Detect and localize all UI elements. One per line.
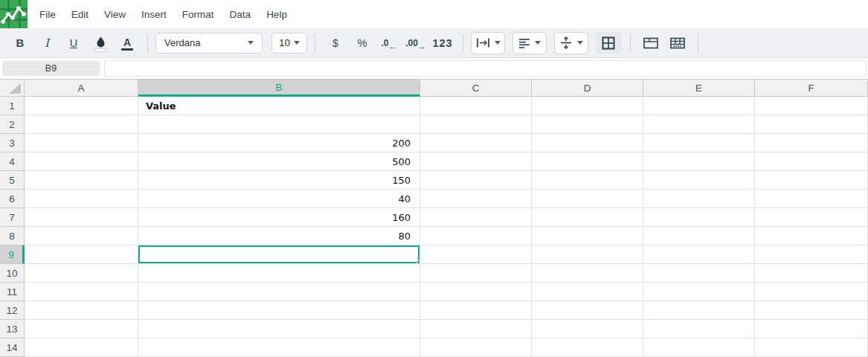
cell-c12[interactable] [420, 301, 532, 320]
cell-b1[interactable]: Value [138, 97, 420, 115]
cell-f4[interactable] [755, 152, 868, 171]
cell-d9[interactable] [532, 245, 643, 264]
cell-b4[interactable]: 500 [138, 152, 420, 171]
column-header-c[interactable]: C [420, 79, 532, 97]
row-header-3[interactable]: 3 [0, 134, 25, 152]
row-header-2[interactable]: 2 [0, 115, 25, 134]
cell-f14[interactable] [755, 338, 868, 357]
text-color-button[interactable]: A [115, 32, 140, 54]
cell-e9[interactable] [643, 245, 755, 264]
select-all-corner[interactable] [0, 79, 25, 97]
cell-b2[interactable] [138, 115, 420, 134]
decrease-decimal-button[interactable]: .0 ← [376, 32, 402, 54]
fill-handle[interactable] [417, 260, 420, 264]
cell-e1[interactable] [643, 97, 755, 115]
cell-f2[interactable] [755, 115, 868, 134]
app-logo-icon[interactable] [0, 0, 28, 28]
cell-d8[interactable] [532, 227, 643, 245]
vertical-align-select[interactable] [554, 32, 588, 54]
row-header-10[interactable]: 10 [0, 264, 25, 283]
cell-b3[interactable]: 200 [138, 134, 420, 152]
cell-b14[interactable] [138, 338, 420, 357]
cell-f9[interactable] [755, 245, 868, 264]
row-header-11[interactable]: 11 [0, 283, 25, 301]
cell-c5[interactable] [420, 171, 532, 190]
cell-a3[interactable] [25, 134, 138, 152]
currency-format-button[interactable]: $ [323, 32, 348, 54]
cell-d3[interactable] [532, 134, 643, 152]
cell-b10[interactable] [138, 264, 420, 283]
cell-c1[interactable] [420, 97, 532, 115]
cell-c9[interactable] [420, 245, 532, 264]
font-size-select[interactable]: 10 [271, 33, 307, 54]
row-header-1[interactable]: 1 [0, 97, 25, 115]
formula-input[interactable] [104, 60, 867, 77]
cell-f13[interactable] [755, 320, 868, 338]
cell-f6[interactable] [755, 190, 868, 208]
cell-a11[interactable] [25, 283, 138, 301]
column-header-b[interactable]: B [138, 79, 420, 97]
fill-color-button[interactable] [88, 32, 113, 54]
cell-b9[interactable] [138, 245, 420, 264]
cell-a9[interactable] [25, 245, 138, 264]
cell-f12[interactable] [755, 301, 868, 320]
cell-c4[interactable] [420, 152, 532, 171]
cell-f10[interactable] [755, 264, 868, 283]
cell-f7[interactable] [755, 208, 868, 227]
cell-a13[interactable] [25, 320, 138, 338]
column-header-e[interactable]: E [643, 79, 755, 97]
menu-item-view[interactable]: View [104, 9, 126, 20]
number-format-button[interactable]: 123 [430, 32, 455, 54]
cell-a8[interactable] [25, 227, 138, 245]
horizontal-align-select[interactable] [512, 32, 547, 54]
cell-d7[interactable] [532, 208, 643, 227]
cell-d1[interactable] [532, 97, 643, 115]
row-header-4[interactable]: 4 [0, 152, 25, 171]
cell-d4[interactable] [532, 152, 643, 171]
cell-b8[interactable]: 80 [138, 227, 420, 245]
menu-item-file[interactable]: File [39, 9, 56, 20]
cell-a7[interactable] [25, 208, 138, 227]
cell-d6[interactable] [532, 190, 643, 208]
row-header-6[interactable]: 6 [0, 190, 25, 208]
menu-item-data[interactable]: Data [230, 9, 251, 20]
cell-e10[interactable] [643, 264, 755, 283]
cell-c6[interactable] [420, 190, 532, 208]
text-wrapping-select[interactable] [471, 32, 505, 54]
cell-f1[interactable] [755, 97, 868, 115]
cell-d5[interactable] [532, 171, 643, 190]
column-header-d[interactable]: D [532, 79, 643, 97]
cell-d11[interactable] [532, 283, 643, 301]
cell-e12[interactable] [643, 301, 755, 320]
cell-b13[interactable] [138, 320, 420, 338]
row-header-8[interactable]: 8 [0, 227, 25, 245]
underline-button[interactable]: U [61, 32, 86, 54]
row-header-12[interactable]: 12 [0, 301, 25, 320]
bold-button[interactable]: B [7, 32, 33, 54]
cell-f3[interactable] [755, 134, 868, 152]
cell-b12[interactable] [138, 301, 420, 320]
cell-a12[interactable] [25, 301, 138, 320]
cell-e11[interactable] [643, 283, 755, 301]
font-family-select[interactable]: Verdana [155, 33, 263, 54]
cell-a14[interactable] [25, 338, 138, 357]
column-header-a[interactable]: A [25, 79, 138, 97]
cell-e8[interactable] [643, 227, 755, 245]
cell-d14[interactable] [532, 338, 643, 357]
cell-e13[interactable] [643, 320, 755, 338]
cell-a5[interactable] [25, 171, 138, 190]
menu-item-format[interactable]: Format [182, 9, 214, 20]
cell-f8[interactable] [755, 227, 868, 245]
menu-item-insert[interactable]: Insert [141, 9, 167, 20]
cell-f11[interactable] [755, 283, 868, 301]
table-style-button[interactable] [665, 32, 690, 54]
cell-e4[interactable] [643, 152, 755, 171]
borders-button[interactable] [596, 32, 621, 54]
cell-b6[interactable]: 40 [138, 190, 420, 208]
cell-b5[interactable]: 150 [138, 171, 420, 190]
cell-reference-box[interactable]: B9 [2, 61, 100, 76]
cell-d2[interactable] [532, 115, 643, 134]
menu-item-help[interactable]: Help [266, 9, 287, 20]
cell-b7[interactable]: 160 [138, 208, 420, 227]
cell-d13[interactable] [532, 320, 643, 338]
